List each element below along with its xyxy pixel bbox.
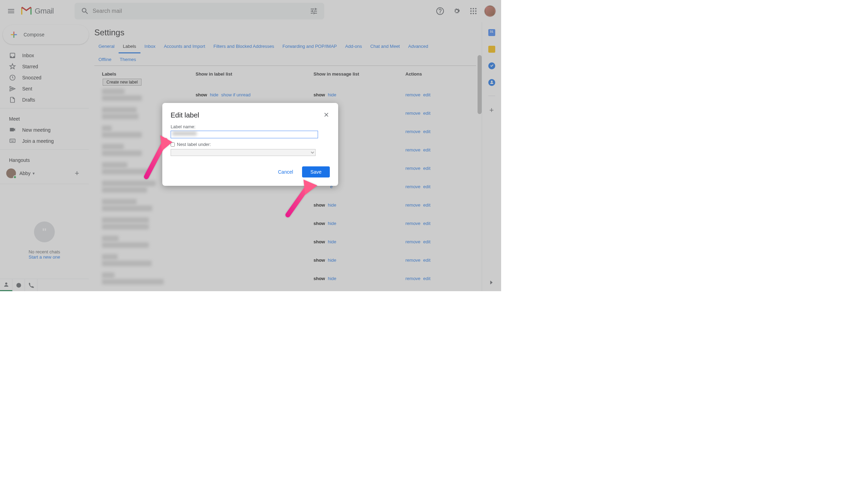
label-name-label: Label name: — [171, 124, 330, 129]
nest-checkbox[interactable] — [171, 142, 175, 147]
modal-title: Edit label — [171, 111, 330, 119]
close-button[interactable] — [321, 110, 331, 120]
edit-label-modal: Edit label Label name: Nest label under:… — [162, 103, 338, 186]
label-name-input[interactable] — [171, 131, 318, 138]
save-button[interactable]: Save — [302, 166, 330, 177]
cancel-button[interactable]: Cancel — [272, 166, 299, 177]
nest-label: Nest label under: — [177, 142, 211, 147]
parent-label-select[interactable] — [171, 149, 316, 156]
